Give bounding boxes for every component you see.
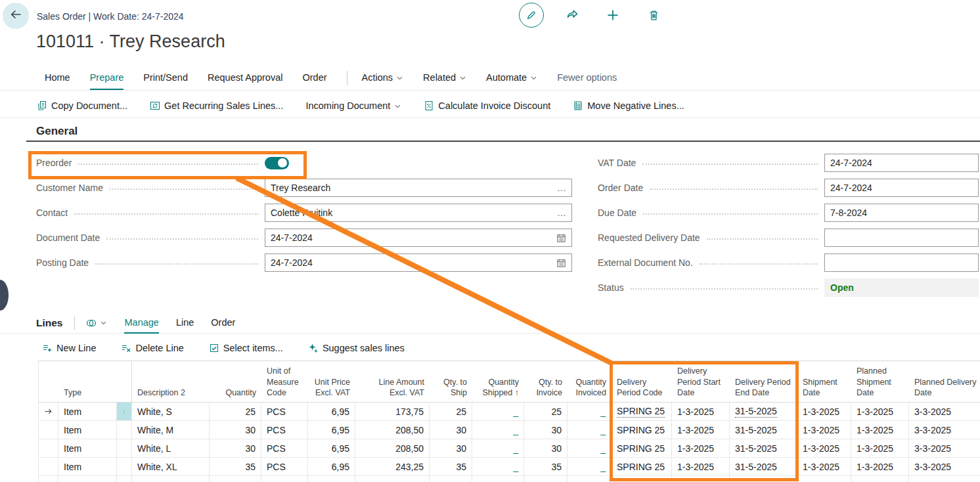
column-header-ship_date[interactable]: Shipment Date xyxy=(797,361,851,403)
cell-dp_start[interactable]: 1-3-2025 xyxy=(672,421,730,439)
cell-dp_end[interactable]: 31-5-2025 xyxy=(730,421,797,439)
cell-dp_end[interactable]: 31-5-2025 xyxy=(730,403,797,421)
column-header-plan_ship[interactable]: Planned Shipment Date xyxy=(851,361,909,403)
cell-plan_ship[interactable]: 1-3-2025 xyxy=(851,421,909,439)
cell-dp_end[interactable]: 31-5-2025 xyxy=(730,458,797,476)
column-header-qty_invoiced[interactable]: Quantity Invoiced xyxy=(568,361,612,403)
cell-qty_ship[interactable]: 25 xyxy=(430,403,472,421)
column-header-amount[interactable]: Line Amount Excl. VAT xyxy=(355,361,430,403)
action-calculate-invoice-discount[interactable]: Calculate Invoice Discount xyxy=(424,100,550,111)
cell-desc2[interactable]: White, XL xyxy=(132,458,210,476)
edit-pencil-icon[interactable] xyxy=(519,3,544,28)
cell-price[interactable]: 6,95 xyxy=(308,458,355,476)
document-date-input[interactable]: 24-7-2024 xyxy=(265,229,572,247)
cell-qty_inv[interactable]: 35 xyxy=(524,458,568,476)
cell-qty[interactable]: 25 xyxy=(210,403,261,421)
cell-amount[interactable]: 208,50 xyxy=(355,439,430,458)
add-icon[interactable] xyxy=(600,3,625,28)
cell-type[interactable]: Item xyxy=(58,439,117,458)
back-button[interactable] xyxy=(3,3,29,29)
cell-type[interactable]: Item xyxy=(58,458,117,476)
cell-amount[interactable]: 208,50 xyxy=(355,421,430,439)
cell-qty[interactable]: 35 xyxy=(210,458,261,476)
cell-qty_invoiced[interactable]: _ xyxy=(568,421,612,439)
cell-desc2[interactable]: White, M xyxy=(132,421,210,439)
tab-print-send[interactable]: Print/Send xyxy=(143,66,188,90)
action-move-negative-lines-[interactable]: Move Negative Lines... xyxy=(573,100,684,111)
cell-dp_start[interactable]: 1-3-2025 xyxy=(672,439,730,458)
cell-type[interactable]: Item xyxy=(58,421,117,439)
cell-qty_invoiced[interactable]: _ xyxy=(568,458,612,476)
cell-dp_end[interactable]: 31-5-2025 xyxy=(730,439,797,458)
cell-ship_date[interactable]: 1-3-2025 xyxy=(797,421,851,439)
requested-delivery-date-input[interactable] xyxy=(824,229,979,247)
lines-action-delete-line[interactable]: Delete Line xyxy=(121,343,183,353)
cell-plan_deliv[interactable]: 3-3-2025 xyxy=(909,421,980,439)
cell-qty[interactable]: 30 xyxy=(210,421,261,439)
cell-uom[interactable]: PCS xyxy=(261,458,308,476)
column-header-plan_deliv[interactable]: Planned Delivery Date xyxy=(909,361,980,403)
lines-tab-manage[interactable]: Manage xyxy=(124,313,158,334)
cell-qty_shipped[interactable]: _ xyxy=(472,439,524,458)
cell-qty_invoiced[interactable]: _ xyxy=(568,439,612,458)
cell-plan_ship[interactable]: 1-3-2025 xyxy=(851,403,909,421)
lines-tab-order[interactable]: Order xyxy=(211,313,235,334)
cell-qty_ship[interactable]: 30 xyxy=(430,421,472,439)
views-circles-icon[interactable] xyxy=(85,317,107,329)
cell-dp_start[interactable]: 1-3-2025 xyxy=(672,403,730,421)
cell-type[interactable]: Item xyxy=(58,403,117,421)
cell-uom[interactable]: PCS xyxy=(261,439,308,458)
cell-desc2[interactable]: White, S xyxy=(132,403,210,421)
tab-actions[interactable]: Actions xyxy=(362,66,404,90)
cell-plan_ship[interactable]: 1-3-2025 xyxy=(851,458,909,476)
cell-ship_date[interactable]: 1-3-2025 xyxy=(797,458,851,476)
cell-plan_deliv[interactable]: 3-3-2025 xyxy=(909,439,980,458)
column-header-dp_code[interactable]: Delivery Period Code xyxy=(612,361,672,403)
external-document-no--input[interactable] xyxy=(824,253,979,272)
cell-qty[interactable]: 30 xyxy=(210,439,261,458)
cell-ship_date[interactable]: 1-3-2025 xyxy=(797,439,851,458)
side-panel-handle[interactable] xyxy=(0,280,9,311)
cell-qty_ship[interactable]: 30 xyxy=(430,439,472,458)
cell-qty_inv[interactable]: 30 xyxy=(524,421,568,439)
preorder-toggle[interactable] xyxy=(265,157,289,169)
column-header-dp_end[interactable]: Delivery Period End Date xyxy=(730,361,797,403)
column-header-uom[interactable]: Unit of Measure Code xyxy=(261,361,308,403)
column-header-desc2[interactable]: Description 2 xyxy=(132,361,210,403)
customer-name-input[interactable]: Trey Research… xyxy=(265,179,572,197)
cell-dp_code[interactable]: SPRING 25 xyxy=(612,421,672,439)
cell-qty_shipped[interactable]: _ xyxy=(472,403,524,421)
cell-qty_shipped[interactable]: _ xyxy=(472,458,524,476)
calendar-icon[interactable] xyxy=(556,258,566,268)
lines-action-select-items-[interactable]: Select items... xyxy=(209,343,283,353)
tab-order[interactable]: Order xyxy=(302,66,326,90)
lookup-ellipsis-icon[interactable]: … xyxy=(557,208,566,218)
tab-request-approval[interactable]: Request Approval xyxy=(208,66,282,90)
column-header-qty_shipped[interactable]: Quantity Shipped ↑ xyxy=(472,361,524,403)
calendar-icon[interactable] xyxy=(556,233,566,243)
cell-amount[interactable]: 243,25 xyxy=(355,458,430,476)
tab-related[interactable]: Related xyxy=(423,66,466,90)
due-date-input[interactable]: 7-8-2024 xyxy=(824,204,979,222)
cell-qty_inv[interactable]: 25 xyxy=(524,403,568,421)
tab-home[interactable]: Home xyxy=(45,66,70,90)
column-header-qty_inv[interactable]: Qty. to Invoice xyxy=(524,361,568,403)
lookup-ellipsis-icon[interactable]: … xyxy=(557,183,566,193)
contact-input[interactable]: Colette Fruitink… xyxy=(265,204,572,222)
lines-action-new-line[interactable]: New Line xyxy=(42,343,96,353)
cell-dp_start[interactable]: 1-3-2025 xyxy=(672,458,730,476)
column-header-qty[interactable]: Quantity xyxy=(210,361,261,403)
cell-dp_code[interactable]: SPRING 25 xyxy=(612,403,672,421)
cell-uom[interactable]: PCS xyxy=(261,403,308,421)
cell-plan_deliv[interactable]: 3-3-2025 xyxy=(909,403,980,421)
cell-desc2[interactable]: White, L xyxy=(132,439,210,458)
row-menu-button[interactable] xyxy=(117,403,132,421)
tab-prepare[interactable]: Prepare xyxy=(90,66,124,90)
vat-date-input[interactable]: 24-7-2024 xyxy=(824,154,979,172)
column-header-qty_ship[interactable]: Qty. to Ship xyxy=(430,361,472,403)
cell-amount[interactable]: 173,75 xyxy=(355,403,430,421)
action-get-recurring-sales-lines-[interactable]: Get Recurring Sales Lines... xyxy=(150,100,283,111)
tab-fewer-options[interactable]: Fewer options xyxy=(557,66,617,90)
delete-icon[interactable] xyxy=(641,3,666,28)
posting-date-input[interactable]: 24-7-2024 xyxy=(265,253,572,272)
